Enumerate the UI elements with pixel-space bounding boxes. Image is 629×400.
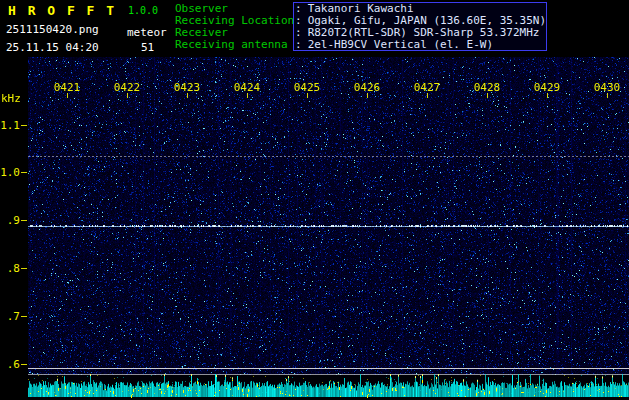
freq-tick-label: .7	[0, 310, 20, 323]
freq-axis-unit: kHz	[1, 92, 21, 105]
app-title: H R O F F T	[8, 3, 116, 18]
freq-tick-mark	[21, 220, 27, 221]
time-tick-label: 0422	[111, 81, 143, 94]
time-tick-label: 0430	[591, 81, 623, 94]
freq-tick-label: .8	[0, 262, 20, 275]
time-tick-label: 0426	[351, 81, 383, 94]
freq-tick-mark	[21, 364, 27, 365]
datetime-label: 25.11.15 04:20	[6, 41, 99, 54]
time-tick-label: 0423	[171, 81, 203, 94]
time-tick-label: 0427	[411, 81, 443, 94]
info-value: 2el-HB9CV Vertical (el. E-W)	[308, 38, 493, 51]
info-row-antenna: Receiving antenna:2el-HB9CV Vertical (el…	[175, 39, 546, 51]
time-tick-label: 0421	[51, 81, 83, 94]
freq-tick-mark	[21, 172, 27, 173]
freq-tick-label: 1.0	[0, 166, 20, 179]
mode-label: meteor	[127, 26, 167, 39]
spectrogram-canvas	[28, 57, 629, 400]
output-filename: 2511150420.png	[6, 23, 99, 36]
count-label: 51	[141, 41, 154, 54]
freq-tick-mark	[21, 268, 27, 269]
time-tick-label: 0425	[291, 81, 323, 94]
station-info: Observer:Takanori Kawachi Receiving Loca…	[175, 3, 546, 51]
info-label: Receiving antenna	[175, 39, 295, 51]
time-tick-label: 0429	[531, 81, 563, 94]
freq-tick-mark	[21, 316, 27, 317]
hrofft-screen: H R O F F T 1.0.0 2511150420.png meteor …	[0, 0, 629, 400]
freq-tick-label: .6	[0, 358, 20, 371]
time-tick-label: 0424	[231, 81, 263, 94]
freq-tick-label: 1.1	[0, 119, 20, 132]
time-tick-label: 0428	[471, 81, 503, 94]
freq-tick-label: .9	[0, 214, 20, 227]
freq-tick-mark	[21, 125, 27, 126]
info-colon: :	[295, 38, 302, 51]
app-version: 1.0.0	[128, 5, 158, 16]
